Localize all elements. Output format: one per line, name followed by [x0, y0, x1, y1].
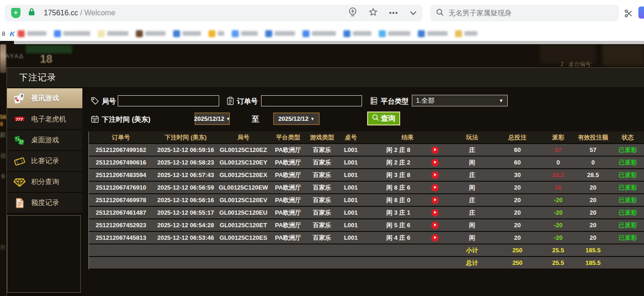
bookmark-logo-k[interactable]: K	[10, 30, 15, 38]
sidebar-item-quota-records[interactable]: 额度记录	[7, 193, 82, 213]
column-header-bet_time: 下注时间 (美东)	[153, 133, 218, 142]
cell-status: 已派彩	[610, 221, 644, 230]
cell-play: 庄	[450, 171, 494, 179]
bookmark-title-blur	[427, 31, 448, 36]
order-number-label-group: 订单号	[227, 97, 258, 106]
bookmark-title-blur	[107, 31, 128, 36]
cell-table_no: L001	[336, 234, 365, 241]
replay-play-icon[interactable]	[431, 159, 439, 166]
date-to-label: 至	[252, 115, 259, 125]
sidebar-item-label: 桌面游戏	[31, 136, 59, 145]
order-number-input[interactable]	[261, 95, 362, 106]
replay-play-icon[interactable]	[431, 197, 439, 204]
bookmark-item[interactable]	[265, 30, 295, 37]
date-from-picker[interactable]: 2025/12/12 ▼	[195, 112, 230, 125]
cell-game_type: 百家乐	[308, 171, 336, 179]
table-summary-row: 小计25025.5185.5	[89, 244, 644, 257]
lock-icon[interactable]	[28, 8, 35, 18]
column-header-table_no: 桌号	[336, 133, 365, 142]
date-to-picker[interactable]: 2025/12/12 ▼	[273, 112, 320, 125]
summary-total-bet: 250	[494, 259, 541, 266]
url-text[interactable]: 175616.cc / Welcome	[44, 9, 115, 17]
table-summary-row: 总计25025.5185.5	[89, 257, 644, 270]
bookmark-item[interactable]	[232, 30, 258, 37]
sidebar-item-label: 积分查询	[31, 178, 59, 186]
cell-table_no: L001	[336, 171, 365, 178]
sidebar-item-slots[interactable]: 777 电子老虎机	[7, 109, 82, 129]
replay-play-icon[interactable]	[431, 209, 439, 217]
sidebar-item-table-games[interactable]: 桌面游戏	[7, 130, 82, 150]
translate-icon[interactable]	[348, 7, 357, 19]
adblock-shield-icon[interactable]	[11, 8, 20, 18]
cell-table_no: L001	[336, 184, 365, 191]
replay-play-icon[interactable]	[431, 222, 439, 229]
bookmark-title-blur	[275, 31, 295, 36]
cell-result: 闲 2 庄 2	[365, 158, 450, 167]
cell-status: 已派彩	[610, 158, 644, 167]
extension-icon[interactable]	[638, 7, 644, 19]
bookmark-item[interactable]	[208, 30, 224, 37]
background-number: 18	[40, 53, 53, 66]
bookmark-star-icon[interactable]	[369, 7, 378, 19]
cell-round_id: GL00125C120EY	[218, 159, 268, 166]
bookmark-favicon	[136, 30, 143, 37]
cell-game_type: 百家乐	[308, 209, 336, 217]
background-left-fragment: 56	[0, 114, 7, 120]
bookmark-favicon	[18, 30, 25, 37]
cell-total_bet: 20	[494, 222, 541, 229]
bookmark-title-blur	[241, 31, 258, 36]
cell-order_id: 251212067476910	[89, 184, 153, 191]
bookmark-item[interactable]	[455, 30, 477, 37]
tag-icon	[91, 97, 99, 106]
cell-result: 闲 4 庄 6	[365, 234, 450, 242]
replay-play-icon[interactable]	[431, 146, 439, 154]
sidebar-item-label: 比赛记录	[31, 157, 59, 165]
bookmark-favicon	[455, 30, 462, 37]
platform-type-label: 平台类型	[381, 97, 409, 106]
cell-game_type: 百家乐	[308, 146, 336, 154]
cell-game_type: 百家乐	[308, 196, 336, 204]
bookmark-item[interactable]	[18, 30, 47, 37]
cell-platform: PA欧洲厅	[268, 209, 308, 217]
cell-result: 闲 8 庄 6	[365, 184, 450, 192]
bookmark-item[interactable]	[343, 30, 371, 37]
bet-records-table: 订单号下注时间 (美东)局号平台类型游戏类型桌号结果玩法总投注派彩有效投注额状态…	[88, 132, 644, 270]
background-blur-block	[603, 44, 644, 66]
bookmark-item[interactable]	[379, 30, 410, 37]
bookmark-item[interactable]	[136, 30, 166, 37]
replay-play-icon[interactable]	[431, 234, 439, 242]
bookmark-item[interactable]	[418, 30, 448, 37]
bookmark-favicon	[98, 30, 105, 37]
column-header-total_bet: 总投注	[494, 133, 541, 142]
query-button[interactable]: 查询	[367, 112, 400, 125]
cell-table_no: L001	[336, 159, 365, 166]
round-number-input[interactable]	[118, 95, 219, 106]
bookmark-item[interactable]	[98, 30, 128, 37]
order-number-label: 订单号	[237, 97, 258, 106]
replay-play-icon[interactable]	[431, 184, 439, 191]
bookmark-item[interactable]	[54, 30, 90, 37]
platform-type-select[interactable]: 1.全部 ▼	[412, 95, 508, 106]
cell-total_bet: 20	[494, 197, 541, 204]
browser-search-box[interactable]: 无名男子家属疑现身	[430, 5, 619, 21]
bookmark-title-blur	[218, 31, 224, 36]
sidebar-item-points-query[interactable]: 积分查询	[7, 172, 82, 192]
scissors-icon[interactable]	[624, 8, 634, 20]
cell-result: 闲 2 庄 8	[365, 146, 450, 154]
more-options-icon[interactable]: •••	[389, 9, 398, 17]
summary-total-bet: 250	[494, 247, 541, 254]
cell-status: 已派彩	[610, 146, 644, 154]
bookmark-title-blur	[388, 31, 410, 36]
chevron-down-icon[interactable]	[409, 9, 417, 17]
bookmark-item[interactable]	[302, 30, 336, 37]
cell-status: 已派彩	[610, 196, 644, 204]
browser-toolbar: 175616.cc / Welcome ••• 无名男子家属疑现身	[0, 0, 644, 26]
round-number-label-group: 局号	[91, 97, 116, 106]
cell-platform: PA欧洲厅	[268, 146, 308, 154]
sidebar-item-live-games[interactable]: 9 K 视讯游戏	[7, 88, 82, 108]
bookmark-favicon	[418, 30, 425, 37]
background-left-fragment: 视	[0, 152, 7, 160]
replay-play-icon[interactable]	[431, 171, 439, 179]
sidebar-item-match-records[interactable]: 比赛记录	[7, 151, 82, 171]
bookmark-item[interactable]	[173, 30, 201, 37]
